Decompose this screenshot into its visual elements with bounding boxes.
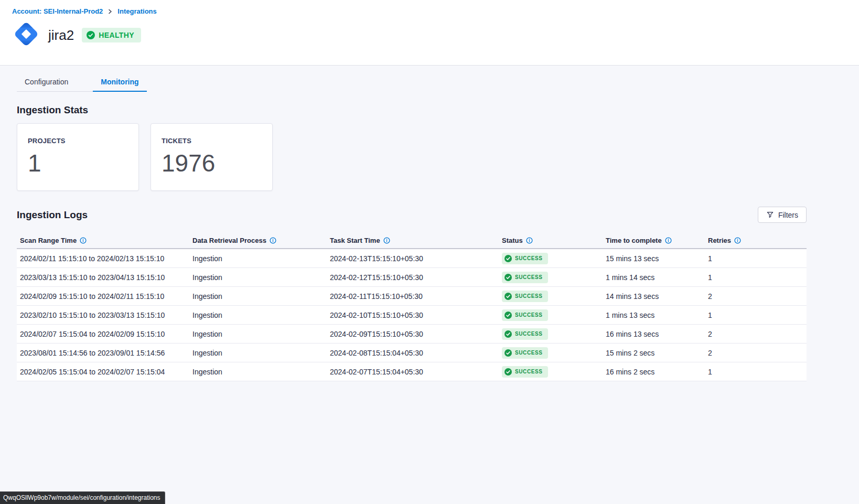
column-header-status: Status <box>502 237 606 244</box>
column-header-task-start: Task Start Time <box>330 237 502 244</box>
cell-status: SUCCESS <box>502 366 606 378</box>
cell-time-to-complete: 16 mins 13 secs <box>606 330 708 338</box>
cell-task-start: 2024-02-10T15:15:10+05:30 <box>330 311 502 319</box>
filter-funnel-icon <box>766 211 774 219</box>
cell-process: Ingestion <box>192 330 330 338</box>
cell-process: Ingestion <box>192 254 330 263</box>
column-header-label: Task Start Time <box>330 237 380 244</box>
breadcrumb-integrations-link[interactable]: Integrations <box>117 7 156 15</box>
ingestion-stats-title: Ingestion Stats <box>17 104 859 116</box>
stat-label: PROJECTS <box>28 137 138 145</box>
check-circle-icon <box>504 293 512 300</box>
cell-retries: 2 <box>708 349 807 357</box>
info-icon[interactable] <box>383 237 390 244</box>
cell-retries: 1 <box>708 311 807 319</box>
check-circle-icon <box>504 312 512 319</box>
cell-time-to-complete: 16 mins 2 secs <box>606 368 708 376</box>
info-icon[interactable] <box>270 237 276 244</box>
health-label: HEALTHY <box>99 31 134 39</box>
status-badge-success: SUCCESS <box>502 291 548 302</box>
check-circle-icon <box>504 255 512 262</box>
info-icon[interactable] <box>80 237 87 244</box>
page-title: jira2 <box>48 27 74 44</box>
status-badge-success: SUCCESS <box>502 328 548 340</box>
page-header: Account: SEI-Internal-Prod2 Integrations <box>0 0 859 66</box>
link-preview-statusbar: QwqOSllWp9ob7w/module/sei/configuration/… <box>0 491 165 504</box>
cell-status: SUCCESS <box>502 272 606 283</box>
table-row[interactable]: 2024/02/09 15:15:10 to 2024/02/11 15:15:… <box>17 287 807 306</box>
cell-task-start: 2024-02-12T15:15:10+05:30 <box>330 273 502 282</box>
tab-monitoring[interactable]: Monitoring <box>93 73 146 91</box>
ingestion-logs-header: Ingestion Logs Filters <box>17 207 807 223</box>
table-row[interactable]: 2023/02/10 15:15:10 to 2023/03/13 15:15:… <box>17 306 807 325</box>
filters-button[interactable]: Filters <box>758 207 807 223</box>
cell-process: Ingestion <box>192 368 330 376</box>
cell-retries: 1 <box>708 273 807 282</box>
cell-scan-range: 2024/02/09 15:15:10 to 2024/02/11 15:15:… <box>20 292 192 301</box>
stat-value: 1976 <box>162 151 272 175</box>
cell-time-to-complete: 15 mins 2 secs <box>606 349 708 357</box>
cell-retries: 2 <box>708 292 807 301</box>
tab-bar: Configuration Monitoring <box>17 73 147 92</box>
status-label: SUCCESS <box>515 350 543 356</box>
column-header-process: Data Retrieval Process <box>192 237 330 244</box>
cell-time-to-complete: 14 mins 13 secs <box>606 292 708 301</box>
cell-scan-range: 2023/02/10 15:15:10 to 2023/03/13 15:15:… <box>20 311 192 319</box>
breadcrumb-account-link[interactable]: Account: SEI-Internal-Prod2 <box>12 7 103 15</box>
info-icon[interactable] <box>665 237 672 244</box>
tab-configuration[interactable]: Configuration <box>17 73 76 91</box>
info-icon[interactable] <box>734 237 741 244</box>
table-row[interactable]: 2024/02/05 15:15:04 to 2024/02/07 15:15:… <box>17 362 807 381</box>
cell-retries: 1 <box>708 254 807 263</box>
table-row[interactable]: 2024/02/11 15:15:10 to 2024/02/13 15:15:… <box>17 249 807 268</box>
cell-task-start: 2024-02-11T15:15:10+05:30 <box>330 292 502 301</box>
table-body: 2024/02/11 15:15:10 to 2024/02/13 15:15:… <box>17 249 807 381</box>
cell-time-to-complete: 15 mins 13 secs <box>606 254 708 263</box>
stat-card-tickets: TICKETS 1976 <box>151 123 273 191</box>
chevron-right-icon <box>108 9 113 14</box>
status-badge-success: SUCCESS <box>502 253 548 264</box>
cell-status: SUCCESS <box>502 309 606 321</box>
column-header-label: Status <box>502 237 523 244</box>
cell-process: Ingestion <box>192 273 330 282</box>
status-badge-success: SUCCESS <box>502 309 548 321</box>
cell-task-start: 2024-02-08T15:15:04+05:30 <box>330 349 502 357</box>
stat-card-projects: PROJECTS 1 <box>17 123 139 191</box>
status-label: SUCCESS <box>515 312 543 318</box>
column-header-label: Retries <box>708 237 731 244</box>
cell-status: SUCCESS <box>502 253 606 264</box>
ingestion-logs-table: Scan Range Time Data Retrieval Process T… <box>17 232 807 381</box>
status-label: SUCCESS <box>515 274 543 280</box>
status-label: SUCCESS <box>515 369 543 374</box>
info-icon[interactable] <box>526 237 533 244</box>
check-circle-icon <box>504 330 512 338</box>
status-badge-healthy: HEALTHY <box>82 28 141 42</box>
cell-status: SUCCESS <box>502 328 606 340</box>
status-label: SUCCESS <box>515 293 543 299</box>
filters-button-label: Filters <box>778 211 798 219</box>
title-row: jira2 HEALTHY <box>12 20 846 50</box>
cell-task-start: 2024-02-13T15:15:10+05:30 <box>330 254 502 263</box>
cell-time-to-complete: 1 mins 13 secs <box>606 311 708 319</box>
cell-status: SUCCESS <box>502 291 606 302</box>
check-circle-icon <box>504 274 512 281</box>
status-badge-success: SUCCESS <box>502 366 548 378</box>
column-header-label: Data Retrieval Process <box>192 237 266 244</box>
cell-task-start: 2024-02-09T15:15:10+05:30 <box>330 330 502 338</box>
table-row[interactable]: 2024/02/07 15:15:04 to 2024/02/09 15:15:… <box>17 325 807 344</box>
column-header-time-to-complete: Time to complete <box>606 237 708 244</box>
table-row[interactable]: 2023/03/13 15:15:10 to 2023/04/13 15:15:… <box>17 268 807 287</box>
column-header-scan-range: Scan Range Time <box>20 237 192 244</box>
cell-time-to-complete: 1 mins 14 secs <box>606 273 708 282</box>
column-header-label: Scan Range Time <box>20 237 77 244</box>
table-row[interactable]: 2023/08/01 15:14:56 to 2023/09/01 15:14:… <box>17 344 807 362</box>
cell-process: Ingestion <box>192 292 330 301</box>
cell-retries: 1 <box>708 368 807 376</box>
stat-label: TICKETS <box>162 137 272 145</box>
cell-scan-range: 2024/02/07 15:15:04 to 2024/02/09 15:15:… <box>20 330 192 338</box>
breadcrumb: Account: SEI-Internal-Prod2 Integrations <box>12 7 846 15</box>
cell-retries: 2 <box>708 330 807 338</box>
cell-scan-range: 2024/02/05 15:15:04 to 2024/02/07 15:15:… <box>20 368 192 376</box>
status-label: SUCCESS <box>515 331 543 337</box>
status-label: SUCCESS <box>515 255 543 261</box>
